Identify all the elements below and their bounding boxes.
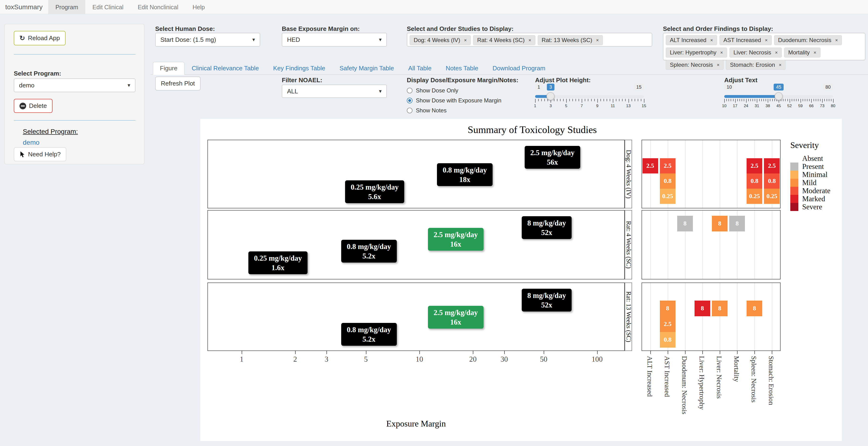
slider-value-badge: 45 — [774, 84, 784, 91]
program-select[interactable]: demo ▾ — [14, 78, 135, 92]
slider-minor-tick — [635, 99, 635, 101]
legend-item-label: Absent — [802, 154, 823, 163]
finding-tag-ast-increased[interactable]: AST Increased× — [719, 35, 772, 45]
severity-cell-stomach-erosion: 2.5 — [764, 158, 780, 173]
slider-minor-tick — [733, 99, 734, 101]
x-axis-tick-label: 30 — [500, 355, 508, 363]
need-help-button[interactable]: Need Help? — [14, 147, 66, 161]
tab-all-table[interactable]: All Table — [401, 62, 439, 75]
radio-circle-icon[interactable] — [407, 98, 412, 103]
slider-minor-tick — [774, 99, 775, 101]
finding-label-liver-hypertrophy: Liver: Hypertrophy — [698, 356, 706, 410]
human-dose-value: Start Dose: (1.5 mg) — [160, 36, 216, 43]
slider-minor-tick — [807, 99, 807, 101]
finding-tag-label: AST Increased — [723, 37, 761, 43]
remove-tag-icon[interactable]: × — [814, 50, 816, 55]
strip-label: Dog: 4 Weeks (IV) — [625, 150, 632, 198]
nav-item-program[interactable]: Program — [48, 0, 85, 14]
tab-figure[interactable]: Figure — [153, 62, 185, 75]
legend-swatch — [790, 195, 798, 203]
severity-cell-ast-increased: 0.25 — [660, 189, 676, 204]
tab-notes-table[interactable]: Notes Table — [439, 62, 486, 75]
tab-clinical-relevance-table[interactable]: Clinical Relevance Table — [185, 62, 266, 75]
slider-minor-tick — [563, 99, 564, 101]
finding-label-stomach-erosion: Stomach: Erosion — [767, 356, 775, 405]
finding-label-mortality: Mortality — [733, 356, 740, 382]
radio-show-dose-with-exposure-margin[interactable]: Show Dose with Exposure Margin — [407, 97, 519, 104]
selected-program-value: demo — [23, 139, 39, 147]
filter-noael-select[interactable]: ALL ▾ — [282, 85, 387, 98]
slider-minor-tick — [731, 99, 731, 101]
remove-tag-icon[interactable]: × — [464, 37, 467, 43]
finding-tag-mortality[interactable]: Mortality× — [784, 47, 820, 58]
finding-tag-liver-hypertrophy[interactable]: Liver: Hypertrophy× — [666, 47, 727, 58]
legend-item-label: Marked — [802, 195, 825, 203]
slider-minor-tick — [748, 99, 749, 101]
human-dose-select[interactable]: Start Dose: (1.5 mg) ▾ — [155, 33, 260, 46]
study-tag-rat-4-weeks-sc[interactable]: Rat: 4 Weeks (SC)× — [473, 35, 535, 45]
slider-tick-label: 7 — [581, 104, 583, 108]
remove-tag-icon[interactable]: × — [720, 50, 723, 55]
dose-box-rat-13-weeks-sc-0-8-mg-kg-day: 0.8 mg/kg/day5.2x — [341, 323, 397, 346]
finding-tag-duodenum-necrosis[interactable]: Duodenum: Necrosis× — [774, 35, 842, 45]
tab-key-findings-table[interactable]: Key Findings Table — [266, 62, 333, 75]
remove-tag-icon[interactable]: × — [710, 37, 713, 43]
slider-tick — [789, 99, 790, 103]
remove-tag-icon[interactable]: × — [596, 37, 599, 43]
select-program-label: Select Program: — [14, 70, 61, 77]
slider-minor-tick — [750, 99, 751, 101]
slider-tick-label: 45 — [777, 104, 781, 108]
reload-app-button[interactable]: ↻ Reload App — [14, 31, 66, 45]
slider-minor-tick — [594, 99, 595, 101]
legend-item-present: Present — [790, 162, 831, 170]
legend-swatch — [790, 179, 798, 187]
slider-minor-tick — [554, 99, 554, 101]
finding-label-liver-necrosis: Liver: Necrosis — [715, 356, 723, 399]
slider-minor-tick — [764, 99, 764, 101]
heatmap-gridline — [754, 211, 755, 279]
severity-cell-alt-increased: 2.5 — [643, 158, 658, 173]
refresh-plot-button[interactable]: Refresh Plot — [155, 76, 200, 91]
slider-minor-tick — [616, 99, 616, 101]
slider-minor-tick — [569, 99, 570, 101]
remove-tag-icon[interactable]: × — [528, 37, 531, 43]
margin-base-value: HED — [287, 36, 300, 43]
radio-circle-icon[interactable] — [407, 108, 412, 113]
slider-tick-label: 52 — [787, 104, 792, 108]
slider-minor-tick — [785, 99, 785, 101]
study-tag-label: Rat: 13 Weeks (SC) — [542, 37, 592, 43]
remove-tag-icon[interactable]: × — [775, 50, 778, 55]
nav-item-edit-nonclinical[interactable]: Edit Nonclinical — [131, 0, 186, 14]
tab-download-program[interactable]: Download Program — [486, 62, 553, 75]
margin-base-select[interactable]: HED ▾ — [282, 33, 387, 46]
remove-tag-icon[interactable]: × — [765, 37, 768, 43]
dose-box-dog-4-weeks-iv-0-25-mg-kg-day: 0.25 mg/kg/day5.6x — [345, 180, 404, 203]
radio-show-dose-only[interactable]: Show Dose Only — [407, 87, 519, 94]
study-tag-dog-4-weeks-iv[interactable]: Dog: 4 Weeks (IV)× — [410, 35, 471, 45]
radio-show-notes[interactable]: Show Notes — [407, 107, 519, 114]
dose-label: 0.8 mg/kg/day — [443, 165, 487, 175]
x-axis-tick — [473, 351, 473, 354]
slider-tick — [566, 99, 567, 103]
radio-circle-icon[interactable] — [407, 88, 412, 93]
slider-minor-tick — [818, 99, 818, 101]
study-tag-rat-13-weeks-sc[interactable]: Rat: 13 Weeks (SC)× — [538, 35, 603, 45]
findings-tagbox[interactable]: ALT Increased×AST Increased×Duodenum: Ne… — [663, 33, 865, 60]
nav-item-help[interactable]: Help — [186, 0, 212, 14]
studies-tagbox[interactable]: Dog: 4 Weeks (IV)×Rat: 4 Weeks (SC)×Rat:… — [407, 33, 652, 46]
remove-tag-icon[interactable]: × — [835, 37, 838, 43]
heatmap-gridline — [685, 140, 685, 208]
tab-safety-margin-table[interactable]: Safety Margin Table — [333, 62, 401, 75]
slider-tick-label: 10 — [722, 104, 726, 108]
finding-tag-alt-increased[interactable]: ALT Increased× — [666, 35, 717, 45]
margin-label: 5.2x — [347, 335, 391, 344]
slider-handle[interactable] — [547, 92, 555, 100]
heatmap-gridline — [754, 283, 755, 350]
delete-program-button[interactable]: Delete — [14, 99, 53, 113]
slider-handle[interactable] — [775, 92, 783, 100]
slider-minor-tick — [752, 99, 753, 101]
finding-tag-liver-necrosis[interactable]: Liver: Necrosis× — [730, 47, 782, 58]
dose-box-dog-4-weeks-iv-0-8-mg-kg-day: 0.8 mg/kg/day18x — [437, 163, 493, 186]
slider-minor-tick — [755, 99, 755, 101]
nav-item-edit-clinical[interactable]: Edit Clinical — [85, 0, 131, 14]
